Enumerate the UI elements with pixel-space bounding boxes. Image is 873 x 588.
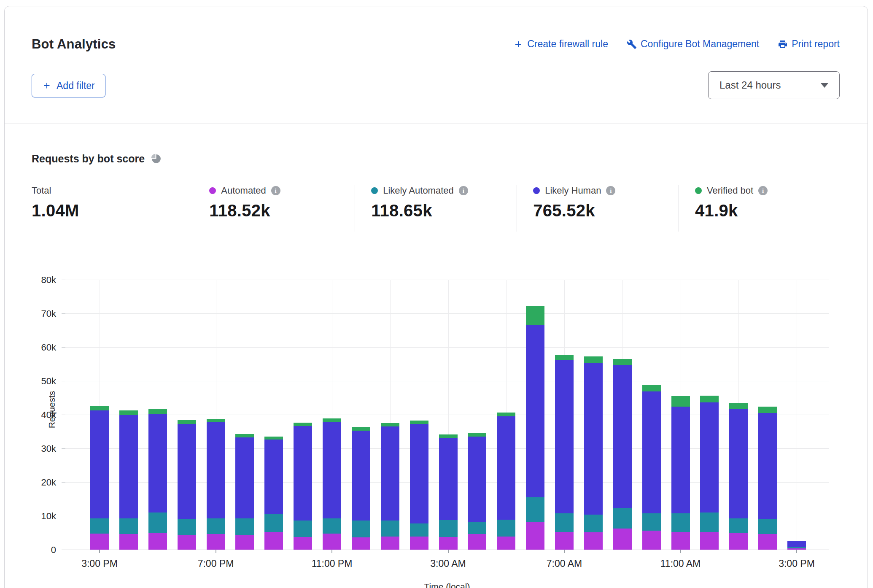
bar-segment-automated (207, 534, 225, 550)
bar-segment-likely-human (758, 413, 777, 519)
bar-700pm[interactable] (207, 419, 225, 550)
bar-segment-likely-human (729, 409, 748, 518)
bar-segment-likely-automated (613, 508, 632, 529)
wrench-icon (627, 39, 637, 49)
bar-1100pm[interactable] (323, 418, 341, 550)
bar-segment-automated (700, 532, 719, 550)
bar-segment-likely-automated (264, 514, 283, 532)
bar-500pm[interactable] (148, 409, 167, 550)
bar-300am[interactable] (439, 434, 458, 550)
plus-icon (42, 81, 51, 90)
bar-segment-verified-bot (352, 427, 370, 431)
y-tick-label: 20k (19, 477, 56, 488)
bar-600pm[interactable] (178, 420, 196, 550)
bar-segment-likely-human (526, 325, 544, 497)
bar-segment-verified-bot (235, 434, 254, 437)
bar-segment-automated (178, 535, 196, 550)
y-tick-label: 80k (19, 275, 56, 286)
bar-segment-likely-human (148, 414, 167, 512)
bar-segment-automated (468, 534, 486, 550)
bar-1000pm[interactable] (294, 423, 312, 550)
bar-segment-automated (148, 533, 167, 550)
bar-300pm[interactable] (787, 541, 806, 550)
x-axis-tick (331, 550, 332, 553)
bar-900am[interactable] (613, 359, 632, 550)
y-axis-tick (62, 280, 65, 280)
stat-automated: Automated i 118.52k (193, 185, 355, 232)
x-axis-tick (448, 550, 449, 553)
bar-500am[interactable] (497, 413, 515, 550)
bar-1100am[interactable] (671, 396, 690, 550)
time-range-dropdown[interactable]: Last 24 hours (708, 71, 840, 99)
bar-segment-likely-automated (352, 521, 370, 537)
gridline-v (797, 280, 797, 550)
section-title-row: Requests by bot score (32, 153, 841, 165)
bar-segment-likely-human (497, 416, 515, 520)
configure-bot-management-link[interactable]: Configure Bot Management (627, 38, 759, 50)
bar-400pm[interactable] (119, 410, 138, 550)
bar-100am[interactable] (381, 423, 399, 550)
bar-900pm[interactable] (264, 437, 283, 550)
stat-verified-bot-label: Verified bot (707, 185, 753, 196)
stat-verified-bot-value: 41.9k (695, 201, 832, 220)
bar-segment-likely-human (613, 365, 632, 508)
info-icon[interactable]: i (271, 186, 280, 195)
bar-segment-likely-human (671, 407, 690, 513)
bar-segment-verified-bot (148, 409, 167, 414)
bar-segment-automated (584, 532, 603, 550)
y-axis-tick (62, 482, 65, 483)
info-icon[interactable]: i (606, 186, 615, 195)
bar-600am[interactable] (526, 306, 544, 550)
bar-700am[interactable] (555, 355, 574, 550)
bar-800am[interactable] (584, 356, 603, 550)
time-range-value: Last 24 hours (719, 79, 781, 91)
bar-1200pm[interactable] (700, 396, 719, 550)
bar-segment-automated (90, 534, 109, 550)
stat-likely-automated-value: 118.65k (371, 201, 508, 220)
bar-segment-likely-automated (381, 521, 399, 537)
info-icon[interactable]: i (758, 186, 768, 195)
bar-segment-verified-bot (584, 356, 603, 363)
x-tick-label: 11:00 PM (312, 558, 353, 569)
gridline-h (65, 313, 829, 314)
x-tick-label: 7:00 PM (198, 558, 234, 569)
section-title: Requests by bot score (32, 153, 145, 165)
bar-segment-likely-automated (671, 513, 690, 532)
bar-segment-likely-automated (700, 512, 719, 532)
stats-row: Total 1.04M Automated i 118.52k Likely A… (32, 185, 841, 232)
bar-segment-verified-bot (555, 355, 574, 361)
bar-segment-likely-human (352, 431, 370, 521)
y-tick-label: 50k (19, 376, 56, 387)
y-axis-tick (62, 347, 65, 348)
x-axis-tick (564, 550, 565, 553)
print-report-link[interactable]: Print report (778, 38, 840, 50)
bar-segment-likely-automated (468, 522, 486, 534)
create-firewall-rule-link[interactable]: Create firewall rule (513, 38, 608, 50)
add-filter-button[interactable]: Add filter (32, 74, 105, 97)
x-axis-tick (796, 550, 797, 553)
bar-300pm[interactable] (90, 406, 109, 550)
bar-segment-verified-bot (671, 396, 690, 407)
y-tick-label: 10k (19, 511, 56, 522)
bar-100pm[interactable] (729, 403, 748, 550)
gridline-h (65, 550, 829, 550)
x-tick-label: 11:00 AM (660, 558, 701, 569)
info-icon[interactable]: i (459, 186, 468, 195)
bar-1000am[interactable] (642, 385, 661, 550)
bar-segment-verified-bot (729, 403, 748, 409)
stat-automated-value: 118.52k (209, 201, 346, 220)
bar-segment-likely-human (90, 410, 109, 519)
bar-200pm[interactable] (758, 407, 777, 550)
bar-200am[interactable] (410, 421, 428, 550)
bar-segment-likely-automated (90, 518, 109, 534)
automated-legend-dot (209, 187, 216, 194)
bar-1200am[interactable] (352, 427, 370, 550)
bar-800pm[interactable] (235, 434, 254, 550)
bar-segment-likely-human (584, 363, 603, 515)
create-firewall-rule-label: Create firewall rule (527, 38, 608, 50)
chevron-down-icon (821, 83, 828, 88)
stat-total: Total 1.04M (32, 185, 193, 232)
bar-400am[interactable] (468, 433, 486, 550)
likely-human-legend-dot (533, 187, 540, 194)
bar-segment-likely-human (439, 438, 458, 520)
